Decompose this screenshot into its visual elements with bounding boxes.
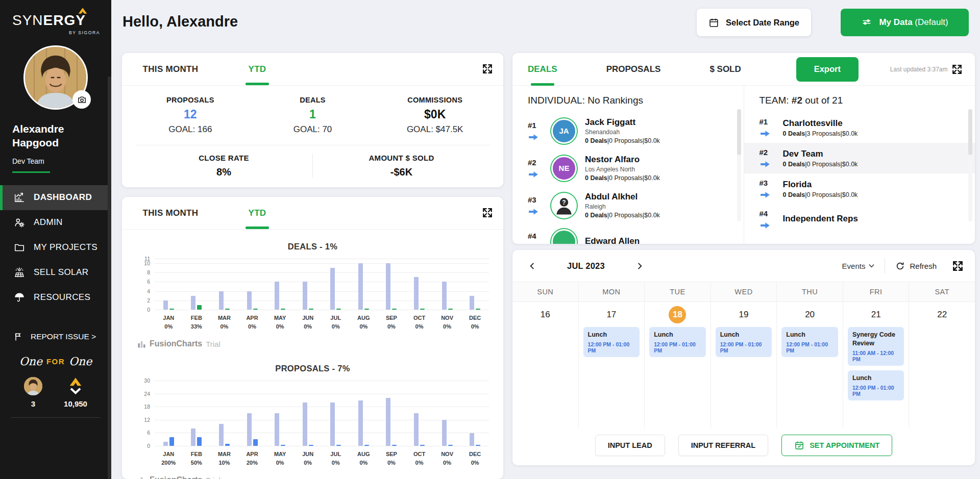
date-cell-20[interactable]: 20 bbox=[801, 306, 819, 323]
tab-this-month[interactable]: THIS MONTH bbox=[127, 53, 214, 85]
metric-goal: GOAL: $47.5K bbox=[374, 124, 496, 135]
x-label-mar: MAR0% bbox=[210, 314, 238, 331]
team-ranking-row[interactable]: #1Charlottesville0 Deals|3 Proposals|$0.… bbox=[760, 112, 962, 143]
date-cell-17[interactable]: 17 bbox=[603, 306, 620, 323]
expand-icon[interactable] bbox=[482, 207, 493, 218]
fusioncharts-watermark[interactable]: FusionCharts Trial bbox=[137, 475, 503, 479]
month-label: NOV bbox=[433, 450, 461, 459]
percent-label: 0% bbox=[378, 459, 406, 467]
date-cell-19[interactable]: 19 bbox=[735, 306, 752, 323]
individual-ranking-row[interactable]: #4Edward Allen bbox=[528, 224, 730, 244]
team-rankings-column: TEAM: #2 out of 21 #1Charlottesville0 De… bbox=[744, 86, 975, 244]
month-label: SEP bbox=[378, 450, 406, 459]
bar-goal-feb bbox=[191, 296, 195, 310]
tab-deals[interactable]: DEALS bbox=[528, 53, 557, 86]
synergy-logo-text: SYNERGY bbox=[12, 12, 111, 29]
expand-icon[interactable] bbox=[482, 63, 493, 74]
rank-info: Florida0 Deals|0 Proposals|$0.0k bbox=[783, 180, 858, 198]
tab-this-month[interactable]: THIS MONTH bbox=[127, 197, 214, 229]
my-data-label: My Data (Default) bbox=[879, 17, 948, 28]
expand-icon[interactable] bbox=[951, 64, 963, 75]
event-time: 11:00 AM - 12:00 PM bbox=[852, 350, 900, 362]
sidebar-item-admin[interactable]: ADMIN bbox=[0, 210, 111, 235]
individual-scrollbar[interactable] bbox=[737, 109, 741, 221]
x-label-may: MAY0% bbox=[266, 314, 294, 331]
sidebar-item-dashboard[interactable]: DASHBOARD bbox=[0, 185, 111, 210]
select-date-range-label: Select Date Range bbox=[726, 18, 799, 28]
tab-sold[interactable]: $ SOLD bbox=[709, 53, 741, 86]
team-name: Charlottesville bbox=[783, 118, 858, 129]
avatar: NE bbox=[551, 156, 577, 181]
previous-month-button[interactable] bbox=[527, 260, 537, 272]
rank-indicator: #3 bbox=[528, 195, 543, 216]
bar-goal-aug bbox=[358, 263, 363, 310]
export-button[interactable]: Export bbox=[796, 57, 859, 82]
event-lunch[interactable]: Lunch12:00 PM - 01:00 PM bbox=[649, 327, 706, 357]
month-label: AUG bbox=[350, 450, 378, 459]
date-cell-22[interactable]: 22 bbox=[934, 306, 951, 323]
team-ranking-row[interactable]: #2Dev Team0 Deals|0 Proposals|$0.0k bbox=[744, 143, 975, 173]
ranking-stats: 0 Deals|0 Proposals|$0.0k bbox=[585, 212, 660, 219]
team-name: Dev Team bbox=[783, 149, 858, 159]
bar-actual-jan bbox=[169, 437, 174, 446]
individual-ranking-row[interactable]: #2NENestor AlfaroLos Angeles North0 Deal… bbox=[528, 149, 730, 187]
tab-ytd[interactable]: YTD bbox=[214, 197, 301, 229]
page-title: Hello, Alexandre bbox=[122, 13, 238, 30]
refresh-button[interactable]: Refresh bbox=[895, 261, 937, 271]
rank-number: #1 bbox=[760, 117, 768, 126]
date-cell-16[interactable]: 16 bbox=[536, 306, 554, 323]
events-dropdown[interactable]: Events bbox=[842, 262, 875, 270]
bar-group-jun bbox=[294, 402, 322, 446]
percent-label: 0% bbox=[405, 459, 433, 467]
tab-ytd[interactable]: YTD bbox=[214, 53, 301, 85]
date-cell-18[interactable]: 18 bbox=[669, 306, 686, 323]
metric-value: -$6K bbox=[313, 166, 490, 178]
sidebar-scrollbar[interactable] bbox=[108, 77, 111, 479]
team-scrollbar[interactable] bbox=[968, 109, 972, 221]
flag-icon bbox=[13, 332, 23, 342]
percent-label: 0% bbox=[294, 459, 322, 467]
team-ranking-row[interactable]: #3Florida0 Deals|0 Proposals|$0.0k bbox=[760, 173, 962, 204]
date-cell-21[interactable]: 21 bbox=[867, 306, 885, 323]
bar-goal-jun bbox=[303, 282, 307, 310]
tab-proposals[interactable]: PROPOSALS bbox=[606, 53, 661, 86]
metric-goal: GOAL: 166 bbox=[129, 124, 252, 135]
input-referral-button[interactable]: INPUT REFERRAL bbox=[678, 435, 768, 456]
chevron-down-icon bbox=[869, 264, 874, 268]
fusioncharts-watermark[interactable]: FusionCharts Trial bbox=[137, 339, 503, 348]
metric-close-rate: CLOSE RATE8% bbox=[135, 154, 312, 178]
event-lunch[interactable]: Lunch12:00 PM - 01:00 PM bbox=[583, 327, 640, 357]
sidebar-item-resources[interactable]: RESOURCES bbox=[0, 285, 111, 310]
sidebar-item-sell-solar[interactable]: SELL SOLAR bbox=[0, 260, 111, 285]
trend-arrow-icon bbox=[760, 191, 771, 199]
bar-group-sep bbox=[378, 263, 406, 310]
bar-goal-jan bbox=[163, 300, 168, 310]
sidebar-item-my-projects[interactable]: MY PROJECTS bbox=[0, 235, 111, 260]
event-lunch[interactable]: Lunch12:00 PM - 01:00 PM bbox=[848, 370, 904, 400]
event-lunch[interactable]: Lunch12:00 PM - 01:00 PM bbox=[716, 327, 772, 357]
individual-ranking-row[interactable]: #3?Abdul AlkhelRaleigh0 Deals|0 Proposal… bbox=[528, 187, 730, 224]
event-synergy-code-review[interactable]: Synergy Code Review11:00 AM - 12:00 PM bbox=[848, 327, 904, 366]
day-header-thu: THU bbox=[777, 282, 843, 301]
y-axis-tick: 0 bbox=[147, 307, 150, 313]
expand-icon[interactable] bbox=[952, 260, 964, 272]
next-month-button[interactable] bbox=[634, 260, 645, 272]
month-label: FEB bbox=[183, 450, 211, 459]
my-data-button[interactable]: My Data (Default) bbox=[841, 9, 969, 36]
rank-indicator: #3 bbox=[760, 179, 775, 199]
chart-title: DEALS - 1% bbox=[122, 242, 503, 251]
month-label: OCT bbox=[405, 314, 433, 322]
event-title: Synergy Code Review bbox=[852, 331, 900, 348]
person-region: Raleigh bbox=[585, 203, 660, 210]
bar-actual-aug bbox=[364, 309, 369, 310]
input-lead-button[interactable]: INPUT LEAD bbox=[595, 435, 665, 456]
edit-photo-button[interactable] bbox=[72, 90, 91, 109]
select-date-range-button[interactable]: Select Date Range bbox=[697, 9, 811, 36]
report-issue-link[interactable]: REPORT ISSUE > bbox=[0, 332, 111, 342]
team-ranking-row[interactable]: #4Independent Reps bbox=[760, 204, 962, 235]
individual-ranking-row[interactable]: #1JAJack FiggattShenandoah0 Deals|0 Prop… bbox=[528, 112, 730, 149]
refresh-icon bbox=[895, 261, 905, 271]
event-lunch[interactable]: Lunch12:00 PM - 01:00 PM bbox=[781, 327, 838, 357]
x-label-oct: OCT0% bbox=[405, 450, 433, 467]
set-appointment-button[interactable]: SET APPOINTMENT bbox=[781, 435, 892, 456]
